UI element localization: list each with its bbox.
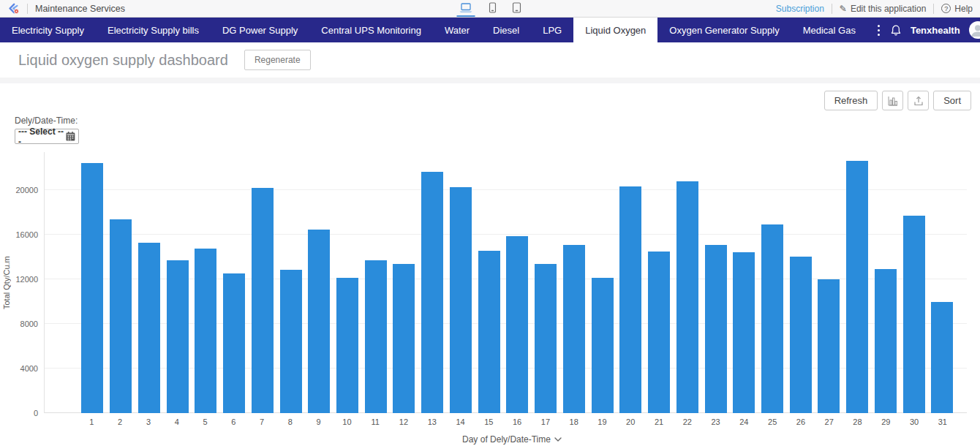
- y-tick-label: 12000: [15, 275, 38, 284]
- section-divider: [0, 78, 980, 83]
- x-tick-label: 23: [701, 417, 730, 426]
- nav-tab-electricity-supply-bills[interactable]: Electricity Supply bills: [96, 18, 211, 42]
- sort-button[interactable]: Sort: [933, 91, 971, 110]
- bar-day-15[interactable]: [478, 251, 500, 413]
- x-tick-label: 11: [361, 417, 390, 426]
- bar-column: [390, 152, 418, 413]
- y-axis-title: Total Qty/Cu.m: [0, 152, 13, 413]
- topbar: Maintenance Services Subscription ✎: [0, 0, 980, 18]
- bar-day-29[interactable]: [875, 269, 897, 413]
- bar-column: [730, 152, 758, 413]
- topbar-divider: [27, 4, 28, 14]
- bar-day-26[interactable]: [790, 257, 812, 413]
- bar-day-23[interactable]: [705, 245, 727, 413]
- bar-day-28[interactable]: [846, 161, 868, 413]
- x-axis-title[interactable]: Day of Dely/Date-Time: [462, 434, 562, 445]
- plot-row: 040008000120001600020000: [13, 152, 980, 413]
- bar-day-22[interactable]: [676, 181, 698, 413]
- x-tick-label: 24: [730, 417, 758, 426]
- bar-day-16[interactable]: [506, 236, 528, 413]
- x-tick-label: 20: [617, 417, 645, 426]
- bar-day-24[interactable]: [733, 252, 755, 413]
- app-logo-icon[interactable]: [7, 2, 20, 15]
- bar-day-5[interactable]: [195, 249, 216, 413]
- bar-day-27[interactable]: [818, 279, 840, 413]
- bar-day-6[interactable]: [223, 273, 245, 413]
- nav-tab-diesel[interactable]: Diesel: [481, 18, 531, 42]
- regenerate-button[interactable]: Regenerate: [244, 50, 311, 70]
- x-tick-label: 17: [532, 417, 560, 426]
- bar-column: [559, 152, 588, 413]
- bar-column: [276, 152, 305, 413]
- help-button[interactable]: ? Help: [941, 4, 973, 14]
- plot-area: [44, 152, 967, 413]
- avatar[interactable]: [969, 21, 980, 39]
- bar-day-18[interactable]: [563, 245, 585, 413]
- x-tick-label: 7: [248, 417, 276, 426]
- bar-day-3[interactable]: [138, 243, 160, 413]
- x-axis-title-label: Day of Dely/Date-Time: [462, 434, 551, 445]
- x-tick-label: 21: [645, 417, 674, 426]
- filter-label: Dely/Date-Time:: [15, 116, 79, 126]
- bar-day-8[interactable]: [280, 270, 302, 413]
- bar-column: [673, 152, 701, 413]
- nav-more-button[interactable]: [867, 18, 890, 42]
- bar-day-20[interactable]: [619, 186, 641, 413]
- bar-day-31[interactable]: [931, 302, 953, 413]
- bar-day-17[interactable]: [535, 264, 557, 413]
- nav-tab-dg-power-supply[interactable]: DG Power Supply: [211, 18, 309, 42]
- bar-chart-icon: [888, 96, 898, 106]
- bar-day-2[interactable]: [110, 219, 132, 413]
- chart-type-button[interactable]: [882, 91, 903, 110]
- bar-day-11[interactable]: [365, 260, 387, 413]
- bar-day-25[interactable]: [761, 224, 783, 413]
- edit-application-button[interactable]: ✎ Edit this application: [840, 4, 926, 14]
- bar-column: [645, 152, 674, 413]
- bar-column: [843, 152, 872, 413]
- bar-day-30[interactable]: [903, 216, 925, 413]
- nav-tab-oxygen-generator-supply[interactable]: Oxygen Generator Supply: [657, 18, 791, 42]
- x-tick-label: 9: [304, 417, 333, 426]
- nav-right: Tenxhealth: [890, 18, 980, 42]
- bar-day-4[interactable]: [167, 260, 189, 413]
- tablet-icon[interactable]: [510, 0, 524, 17]
- laptop-icon[interactable]: [457, 0, 475, 17]
- page-title: Liquid oxygen supply dashboard: [18, 52, 228, 69]
- x-tick-label: 2: [106, 417, 135, 426]
- bar-day-21[interactable]: [648, 252, 670, 413]
- bar-column: [532, 152, 560, 413]
- bar-column: [701, 152, 730, 413]
- refresh-button[interactable]: Refresh: [824, 91, 878, 110]
- x-tick-label: 13: [418, 417, 446, 426]
- phone-icon[interactable]: [487, 0, 499, 17]
- nav-tabs: Electricity SupplyElectricity Supply bil…: [0, 18, 867, 42]
- bar-column: [78, 152, 107, 413]
- bar-column: [503, 152, 532, 413]
- subscription-link[interactable]: Subscription: [776, 4, 824, 14]
- bar-day-19[interactable]: [592, 278, 614, 413]
- x-tick-label: 8: [276, 417, 304, 426]
- y-tick-label: 20000: [15, 186, 38, 194]
- y-tick-label: 4000: [20, 364, 38, 373]
- bar-day-1[interactable]: [81, 163, 103, 414]
- bar-column: [192, 152, 220, 413]
- notifications-bell-icon[interactable]: [890, 24, 902, 37]
- bar-day-13[interactable]: [421, 172, 443, 413]
- bar-day-10[interactable]: [336, 278, 358, 413]
- bar-column: [872, 152, 900, 413]
- export-button[interactable]: [908, 91, 929, 110]
- x-tick-label: 31: [928, 417, 957, 426]
- bar-day-9[interactable]: [308, 230, 330, 413]
- bar-day-14[interactable]: [450, 187, 472, 413]
- bar-column: [163, 152, 192, 413]
- nav-tab-electricity-supply[interactable]: Electricity Supply: [0, 18, 96, 42]
- bar-day-12[interactable]: [393, 264, 415, 413]
- bar-day-7[interactable]: [252, 188, 274, 413]
- nav-tab-medical-gas[interactable]: Medical Gas: [791, 18, 867, 42]
- date-select[interactable]: --- Select ---: [15, 129, 79, 144]
- nav-tab-lpg[interactable]: LPG: [531, 18, 573, 42]
- bar-column: [447, 152, 475, 413]
- nav-tab-liquid-oxygen[interactable]: Liquid Oxygen: [573, 18, 657, 42]
- nav-tab-water[interactable]: Water: [433, 18, 481, 42]
- nav-tab-central-ups-monitoring[interactable]: Central UPS Monitoring: [309, 18, 433, 42]
